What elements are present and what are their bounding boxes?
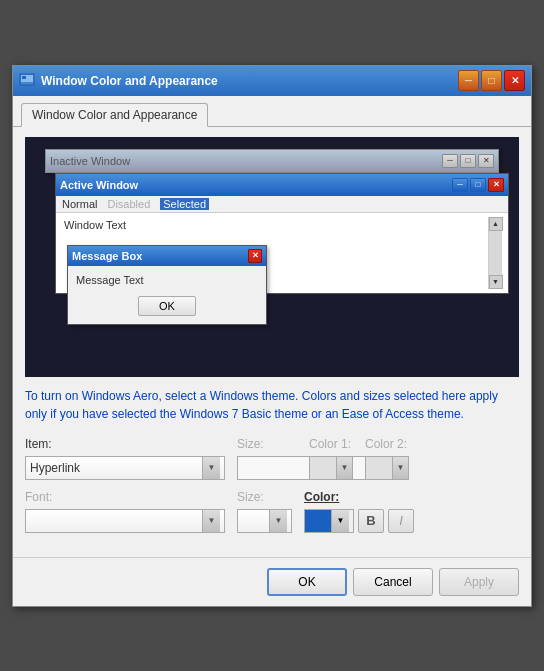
color1-arrow: ▼ [336, 457, 352, 479]
tab-window-color[interactable]: Window Color and Appearance [21, 103, 208, 127]
dialog-window: Window Color and Appearance ─ □ ✕ Window… [12, 65, 532, 607]
font-controls-row: Font: ▼ Size: ▼ Color: ▼ [25, 490, 519, 533]
maximize-button[interactable]: □ [481, 70, 502, 91]
message-title-text: Message Box [72, 250, 248, 262]
font-size-dropdown[interactable]: ▼ [237, 509, 292, 533]
color-with-buttons: ▼ B I [304, 509, 414, 533]
size-group: Size: ▲ ▼ [237, 437, 297, 480]
item-controls-row: Item: Hyperlink ▼ Size: ▲ ▼ Color 1: [25, 437, 519, 480]
item-dropdown[interactable]: Hyperlink ▼ [25, 456, 225, 480]
item-dropdown-value: Hyperlink [30, 461, 202, 475]
inactive-maximize: □ [460, 154, 476, 168]
inactive-minimize: ─ [442, 154, 458, 168]
active-close: ✕ [488, 178, 504, 192]
message-close-button[interactable]: ✕ [248, 249, 262, 263]
active-titlebar: Active Window ─ □ ✕ [56, 174, 508, 196]
preview-area: Inactive Window ─ □ ✕ Active Window ─ □ … [25, 137, 519, 377]
active-menu-bar: Normal Disabled Selected [56, 196, 508, 213]
font-color-label: Color: [304, 490, 414, 504]
font-label: Font: [25, 490, 225, 504]
bold-button[interactable]: B [358, 509, 384, 533]
apply-button[interactable]: Apply [439, 568, 519, 596]
menu-normal: Normal [62, 198, 97, 210]
color2-dropdown[interactable]: ▼ [365, 456, 409, 480]
menu-disabled: Disabled [107, 198, 150, 210]
color2-group: Color 2: ▼ [365, 437, 409, 480]
font-size-arrow: ▼ [269, 510, 287, 532]
color1-dropdown[interactable]: ▼ [309, 456, 353, 480]
button-row: OK Cancel Apply [13, 557, 531, 606]
dialog-content: Inactive Window ─ □ ✕ Active Window ─ □ … [13, 127, 531, 557]
title-text: Window Color and Appearance [41, 74, 458, 88]
font-size-label: Size: [237, 490, 292, 504]
message-titlebar: Message Box ✕ [68, 246, 266, 266]
message-box: Message Box ✕ Message Text OK [67, 245, 267, 325]
font-group: Font: ▼ [25, 490, 225, 533]
title-bar-buttons: ─ □ ✕ [458, 70, 525, 91]
ok-button[interactable]: OK [267, 568, 347, 596]
message-text: Message Text [76, 274, 144, 286]
window-icon [19, 73, 35, 89]
info-text: To turn on Windows Aero, select a Window… [25, 387, 519, 423]
font-dropdown-arrow: ▼ [202, 510, 220, 532]
close-button[interactable]: ✕ [504, 70, 525, 91]
inactive-title-text: Inactive Window [50, 155, 440, 167]
message-content: Message Text [68, 266, 266, 292]
font-color-group: Color: ▼ B I [304, 490, 414, 533]
tab-bar: Window Color and Appearance [13, 96, 531, 127]
cancel-button[interactable]: Cancel [353, 568, 433, 596]
active-minimize: ─ [452, 178, 468, 192]
active-maximize: □ [470, 178, 486, 192]
item-group: Item: Hyperlink ▼ [25, 437, 225, 480]
title-bar: Window Color and Appearance ─ □ ✕ [13, 66, 531, 96]
size-spinner: ▲ ▼ [237, 456, 297, 480]
font-color-arrow: ▼ [331, 510, 349, 532]
color2-arrow: ▼ [392, 457, 408, 479]
message-ok-row: OK [68, 292, 266, 324]
scroll-track [489, 231, 502, 275]
menu-selected: Selected [160, 198, 209, 210]
svg-rect-2 [22, 76, 26, 79]
font-color-dropdown[interactable]: ▼ [304, 509, 354, 533]
item-label: Item: [25, 437, 225, 451]
color1-label: Color 1: [309, 437, 353, 451]
font-size-group: Size: ▼ [237, 490, 292, 533]
color1-group: Color 1: ▼ [309, 437, 353, 480]
scroll-down[interactable]: ▼ [489, 275, 503, 289]
color1-swatch [310, 457, 336, 479]
scroll-up[interactable]: ▲ [489, 217, 503, 231]
color2-swatch [366, 457, 392, 479]
italic-button[interactable]: I [388, 509, 414, 533]
font-color-swatch [305, 510, 331, 532]
inactive-window: Inactive Window ─ □ ✕ [45, 149, 499, 173]
scrollbar[interactable]: ▲ ▼ [488, 217, 502, 289]
active-title-text: Active Window [60, 179, 450, 191]
inactive-close: ✕ [478, 154, 494, 168]
font-dropdown[interactable]: ▼ [25, 509, 225, 533]
color2-label: Color 2: [365, 437, 409, 451]
message-ok-button[interactable]: OK [138, 296, 196, 316]
size-label: Size: [237, 437, 297, 451]
inactive-titlebar: Inactive Window ─ □ ✕ [46, 150, 498, 172]
minimize-button[interactable]: ─ [458, 70, 479, 91]
item-dropdown-arrow: ▼ [202, 457, 220, 479]
